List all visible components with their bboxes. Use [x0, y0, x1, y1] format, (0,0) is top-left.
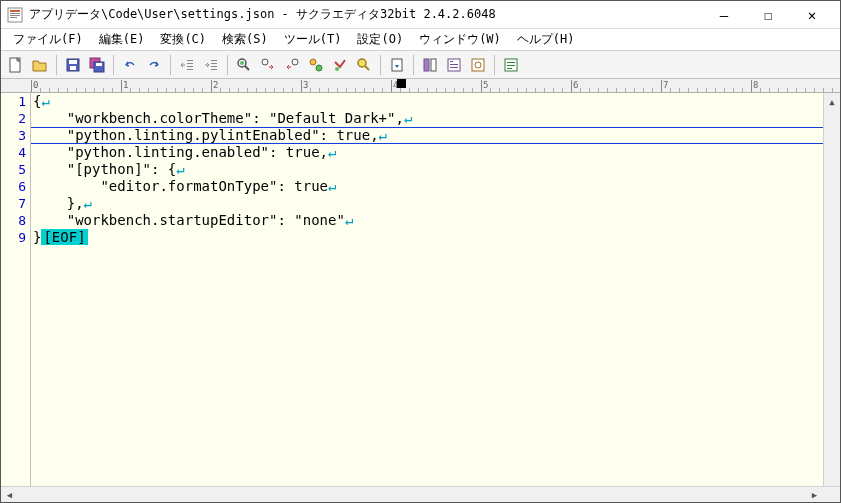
svg-rect-18	[211, 66, 217, 67]
line-number: 9	[1, 229, 26, 246]
svg-point-24	[292, 59, 298, 65]
ruler: 0123456789	[1, 79, 840, 93]
svg-rect-40	[507, 62, 515, 63]
menu-file[interactable]: ファイル(F)	[5, 29, 91, 50]
svg-point-25	[310, 59, 316, 65]
minimize-button[interactable]: —	[702, 1, 746, 29]
search-prev-icon[interactable]	[281, 54, 303, 76]
crlf-icon: ↵	[41, 93, 49, 109]
vertical-scrollbar[interactable]: ▲	[823, 93, 840, 486]
open-file-icon[interactable]	[29, 54, 51, 76]
scroll-up-icon[interactable]: ▲	[824, 93, 840, 110]
line-number: 6	[1, 178, 26, 195]
search-next-icon[interactable]	[257, 54, 279, 76]
svg-rect-41	[507, 65, 515, 66]
replace-icon[interactable]	[305, 54, 327, 76]
scroll-right-icon[interactable]: ▶	[806, 487, 823, 503]
toolbar-separator	[113, 55, 114, 75]
svg-rect-11	[96, 63, 102, 66]
svg-rect-16	[211, 60, 217, 61]
svg-rect-35	[450, 64, 458, 65]
code-line[interactable]: "[python]": {↵	[33, 161, 823, 178]
svg-rect-12	[187, 60, 193, 61]
toolbar-separator	[227, 55, 228, 75]
common-settings-icon[interactable]	[467, 54, 489, 76]
scroll-track[interactable]	[18, 487, 806, 503]
menu-window[interactable]: ウィンドウ(W)	[411, 29, 509, 50]
eof-marker: [EOF]	[41, 229, 87, 245]
menu-convert[interactable]: 変換(C)	[152, 29, 214, 50]
grep-icon[interactable]	[353, 54, 375, 76]
svg-rect-7	[69, 60, 77, 64]
crlf-icon: ↵	[379, 127, 387, 143]
type-list-icon[interactable]	[443, 54, 465, 76]
svg-rect-15	[187, 69, 193, 70]
outline-icon[interactable]	[419, 54, 441, 76]
code-line[interactable]: }[EOF]	[33, 229, 823, 246]
macro-icon[interactable]	[500, 54, 522, 76]
svg-rect-36	[450, 67, 458, 68]
crlf-icon: ↵	[345, 212, 353, 228]
line-number: 8	[1, 212, 26, 229]
line-number: 3	[1, 127, 26, 144]
editor-area: 123456789 {↵ "workbench.colorTheme": "De…	[1, 93, 840, 486]
save-icon[interactable]	[62, 54, 84, 76]
app-icon	[7, 7, 23, 23]
code-line[interactable]: "editor.formatOnType": true↵	[33, 178, 823, 195]
mark-icon[interactable]	[329, 54, 351, 76]
toolbar	[1, 51, 840, 79]
scroll-left-icon[interactable]: ◀	[1, 487, 18, 503]
toolbar-separator	[413, 55, 414, 75]
line-number: 2	[1, 110, 26, 127]
code-line[interactable]: "python.linting.enabled": true,↵	[33, 144, 823, 161]
menu-tool[interactable]: ツール(T)	[276, 29, 350, 50]
outdent-icon[interactable]	[176, 54, 198, 76]
svg-rect-3	[10, 15, 20, 16]
svg-rect-2	[10, 13, 20, 14]
svg-point-28	[358, 59, 366, 67]
svg-rect-1	[10, 10, 20, 12]
crlf-icon: ↵	[328, 144, 336, 160]
toolbar-separator	[380, 55, 381, 75]
redo-icon[interactable]	[143, 54, 165, 76]
menu-help[interactable]: ヘルプ(H)	[509, 29, 583, 50]
svg-point-26	[316, 65, 322, 71]
jump-icon[interactable]	[386, 54, 408, 76]
horizontal-scrollbar[interactable]: ◀ ▶	[1, 486, 840, 503]
window-title: アプリデータ\Code\User\settings.json - サクラエディタ…	[29, 6, 702, 23]
save-all-icon[interactable]	[86, 54, 108, 76]
undo-icon[interactable]	[119, 54, 141, 76]
menu-search[interactable]: 検索(S)	[214, 29, 276, 50]
code-line[interactable]: "workbench.startupEditor": "none"↵	[33, 212, 823, 229]
svg-point-23	[262, 59, 268, 65]
code-line[interactable]: "workbench.colorTheme": "Default Dark+",…	[33, 110, 823, 127]
new-file-icon[interactable]	[5, 54, 27, 76]
code-line[interactable]: "python.linting.pylintEnabled": true,↵	[33, 127, 823, 144]
close-button[interactable]: ✕	[790, 1, 834, 29]
line-number: 1	[1, 93, 26, 110]
svg-point-27	[335, 67, 339, 71]
toolbar-separator	[56, 55, 57, 75]
scroll-corner	[823, 487, 840, 503]
svg-line-21	[245, 66, 249, 70]
svg-rect-8	[70, 66, 76, 70]
code-editor[interactable]: {↵ "workbench.colorTheme": "Default Dark…	[31, 93, 823, 486]
code-line[interactable]: },↵	[33, 195, 823, 212]
toolbar-separator	[170, 55, 171, 75]
svg-point-22	[240, 61, 244, 65]
svg-rect-32	[431, 59, 436, 71]
titlebar: アプリデータ\Code\User\settings.json - サクラエディタ…	[1, 1, 840, 29]
search-icon[interactable]	[233, 54, 255, 76]
menubar: ファイル(F) 編集(E) 変換(C) 検索(S) ツール(T) 設定(O) ウ…	[1, 29, 840, 51]
svg-rect-4	[10, 17, 17, 18]
crlf-icon: ↵	[328, 178, 336, 194]
menu-settings[interactable]: 設定(O)	[349, 29, 411, 50]
svg-rect-37	[472, 59, 484, 71]
maximize-button[interactable]: ☐	[746, 1, 790, 29]
indent-icon[interactable]	[200, 54, 222, 76]
menu-edit[interactable]: 編集(E)	[91, 29, 153, 50]
line-number-gutter: 123456789	[1, 93, 31, 486]
code-line[interactable]: {↵	[33, 93, 823, 110]
toolbar-separator	[494, 55, 495, 75]
crlf-icon: ↵	[176, 161, 184, 177]
